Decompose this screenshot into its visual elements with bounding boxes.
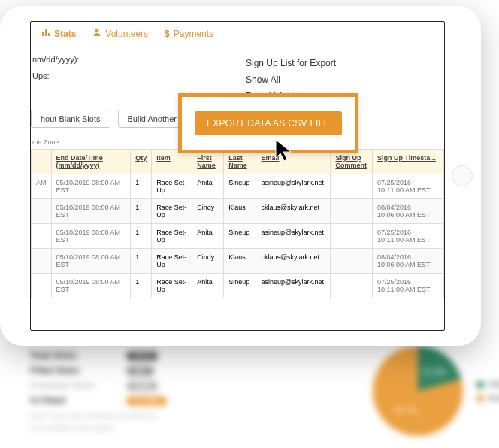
cell-comment xyxy=(331,223,373,248)
table-row[interactable]: 05/10/2019 08:00 AM EST1Race Set-UpCindy… xyxy=(32,198,444,223)
bg-total-value: 2473 xyxy=(126,351,158,361)
cell-prefix xyxy=(32,248,52,273)
cell-ts: 07/25/2016 10:11:00 AM EST xyxy=(373,273,444,298)
bg-total-label: Total Slots: xyxy=(30,350,113,361)
bg-note-2: not included in this graph. xyxy=(30,422,286,434)
dollar-icon: $ xyxy=(165,29,170,39)
background-stats-panel: Total Slots: 2473 Filled Slots: 487 Avai… xyxy=(30,346,499,448)
ups-label: Ups: xyxy=(32,71,246,80)
bg-note-1: Note: items with unlimited quantity are xyxy=(30,410,286,422)
cell-prefix: AM xyxy=(32,174,52,198)
cell-qty: 1 xyxy=(131,273,152,298)
legend-available-swatch xyxy=(476,395,484,402)
bar-chart-icon xyxy=(41,28,50,39)
cell-prefix xyxy=(32,198,52,223)
cell-qty: 1 xyxy=(131,198,152,223)
cell-item: Race Set-Up xyxy=(152,273,192,298)
cell-item: Race Set-Up xyxy=(152,248,192,273)
cursor-icon xyxy=(273,138,297,162)
export-csv-button[interactable]: EXPORT DATA AS CSV FILE xyxy=(195,111,342,135)
cell-first: Anita xyxy=(192,174,224,198)
cell-ts: 07/25/2016 10:11:00 AM EST xyxy=(373,174,444,198)
cell-last: Sineup xyxy=(224,273,256,298)
cell-email: cklaus@skylark.net xyxy=(256,198,331,223)
cell-comment xyxy=(331,174,373,198)
legend-filled-label: Filled xyxy=(488,380,499,389)
bg-pie-available-label: 78.7% xyxy=(394,406,417,415)
cell-end: 05/10/2019 08:00 AM EST xyxy=(51,198,131,223)
cell-ts: 07/25/2016 10:11:00 AM EST xyxy=(373,223,444,248)
table-row[interactable]: 05/10/2019 08:00 AM EST1Race Set-UpAnita… xyxy=(32,273,444,298)
person-icon xyxy=(92,28,101,39)
export-list-title: Sign Up List for Export xyxy=(246,55,444,71)
bg-pie-filled-label: 21.3% xyxy=(422,367,446,376)
tablet-home-button[interactable] xyxy=(452,165,473,186)
tab-bar: Stats Volunteers $ Payments xyxy=(31,28,444,44)
table-row[interactable]: 05/10/2019 08:00 AM EST1Race Set-UpCindy… xyxy=(32,248,444,273)
cell-first: Cindy xyxy=(192,198,224,223)
cell-last: Klaus xyxy=(224,248,256,273)
tab-stats-label: Stats xyxy=(54,29,76,39)
blank-slots-button[interactable]: hout Blank Slots xyxy=(31,110,110,128)
svg-rect-0 xyxy=(42,32,44,36)
cell-qty: 1 xyxy=(131,248,152,273)
cell-prefix xyxy=(32,223,52,248)
report-table: End Date/Time (mm/dd/yyyy) Qty Item Firs… xyxy=(31,149,444,298)
table-row[interactable]: 05/10/2019 08:00 AM EST1Race Set-UpAnita… xyxy=(32,223,444,248)
cell-qty: 1 xyxy=(131,223,152,248)
cell-end: 05/10/2019 08:00 AM EST xyxy=(51,248,131,273)
cell-email: asineup@skylark.net xyxy=(256,223,331,248)
cell-first: Anita xyxy=(192,273,224,298)
bg-filled-label: Filled Slots: xyxy=(30,365,113,376)
col-prefix[interactable] xyxy=(32,149,52,174)
cell-ts: 08/04/2016 10:06:00 AM EST xyxy=(373,248,444,273)
cell-ts: 08/04/2016 10:06:00 AM EST xyxy=(373,198,444,223)
bg-filled-value: 487 xyxy=(126,366,154,376)
col-qty[interactable]: Qty xyxy=(131,149,152,174)
bg-pct-value: 21.30% xyxy=(126,396,167,406)
tablet-frame: Stats Volunteers $ Payments nm/dd/yyyy):… xyxy=(0,6,481,346)
tab-payments-label: Payments xyxy=(174,29,213,39)
cell-item: Race Set-Up xyxy=(152,174,192,198)
cell-email: cklaus@skylark.net xyxy=(256,248,331,273)
cell-end: 05/10/2019 08:00 AM EST xyxy=(51,273,131,298)
cell-end: 05/10/2019 08:00 AM EST xyxy=(51,223,131,248)
cell-last: Sineup xyxy=(224,174,256,198)
tab-payments[interactable]: $ Payments xyxy=(165,28,213,39)
tab-stats[interactable]: Stats xyxy=(41,28,76,39)
report-table-wrap[interactable]: End Date/Time (mm/dd/yyyy) Qty Item Firs… xyxy=(31,149,444,298)
tab-volunteers-label: Volunteers xyxy=(105,29,148,39)
col-end-date[interactable]: End Date/Time (mm/dd/yyyy) xyxy=(51,149,131,174)
cell-email: asineup@skylark.net xyxy=(256,273,331,298)
bg-available-label: Available Slots: xyxy=(30,380,113,391)
export-highlight-callout: EXPORT DATA AS CSV FILE xyxy=(178,93,358,153)
svg-rect-1 xyxy=(45,29,47,36)
cell-item: Race Set-Up xyxy=(152,198,192,223)
cell-comment xyxy=(331,273,373,298)
filter-show-all: Show All xyxy=(246,71,444,88)
date-format-hint: nm/dd/yyyy): xyxy=(32,55,246,64)
bg-pie-chart: 21.3% 78.7% xyxy=(373,346,463,436)
tab-volunteers[interactable]: Volunteers xyxy=(92,28,148,39)
cell-prefix xyxy=(32,273,52,298)
cell-email: asineup@skylark.net xyxy=(256,174,331,198)
cell-first: Anita xyxy=(192,223,224,248)
col-signup-timestamp[interactable]: Sign Up Timesta... xyxy=(373,149,444,174)
screen: Stats Volunteers $ Payments nm/dd/yyyy):… xyxy=(30,21,445,331)
legend-available-label: Available xyxy=(488,393,499,402)
cell-first: Cindy xyxy=(192,248,224,273)
table-row[interactable]: AM05/10/2019 08:00 AM EST1Race Set-UpAni… xyxy=(32,174,444,198)
cell-end: 05/10/2019 08:00 AM EST xyxy=(51,174,131,198)
svg-rect-2 xyxy=(48,33,50,36)
cell-comment xyxy=(331,198,373,223)
bg-available-value: 1986 xyxy=(126,381,158,391)
cell-last: Sineup xyxy=(224,223,256,248)
cell-qty: 1 xyxy=(131,174,152,198)
svg-point-3 xyxy=(95,29,99,32)
cell-item: Race Set-Up xyxy=(152,223,192,248)
cell-comment xyxy=(331,248,373,273)
cell-last: Klaus xyxy=(224,198,256,223)
legend-filled-swatch xyxy=(476,381,484,389)
bg-pct-label: % Filled: xyxy=(30,395,113,406)
